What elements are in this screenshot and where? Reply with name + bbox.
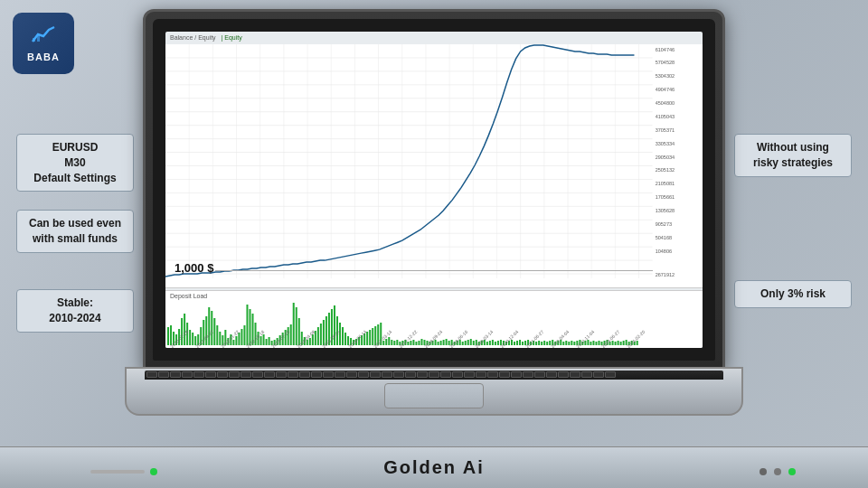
svg-rect-71 (208, 307, 210, 345)
key (323, 371, 334, 378)
eurusd-settings-box: EURUSD M30 Default Settings (16, 134, 134, 192)
svg-text:3705371: 3705371 (656, 127, 675, 133)
key (452, 371, 463, 378)
laptop-base (125, 367, 743, 416)
key (311, 371, 322, 378)
baba-logo: BABA (13, 13, 74, 74)
key (193, 371, 204, 378)
key (182, 371, 193, 378)
svg-text:905273: 905273 (656, 221, 672, 227)
chart-header: Balance / Equity | Equity (170, 34, 242, 41)
left-indicator (90, 468, 157, 475)
key (288, 371, 298, 378)
screen: Balance / Equity | Equity (165, 32, 703, 348)
laptop: Balance / Equity | Equity (143, 9, 725, 416)
key (405, 371, 416, 378)
svg-text:6104746: 6104746 (656, 47, 675, 52)
svg-text:2505132: 2505132 (656, 168, 675, 174)
key (346, 371, 357, 378)
chart-icon (31, 25, 56, 50)
svg-text:2671912: 2671912 (656, 272, 675, 277)
logo-text: BABA (27, 52, 60, 62)
key (170, 371, 181, 378)
key (217, 371, 228, 378)
dot-gray-2 (774, 468, 781, 475)
svg-text:104806: 104806 (656, 249, 672, 254)
svg-text:2105081: 2105081 (656, 181, 675, 186)
key (440, 371, 451, 378)
stable-box: Stable: 2010-2024 (16, 289, 134, 333)
key (205, 371, 216, 378)
svg-text:504168: 504168 (656, 235, 672, 240)
key (476, 371, 486, 378)
svg-text:2905034: 2905034 (656, 155, 675, 160)
small-funds-box: Can be used even with small funds (16, 210, 134, 253)
svg-text:5704528: 5704528 (656, 60, 675, 65)
app-title: Golden Ai (383, 457, 485, 478)
screen-bezel: Balance / Equity | Equity (153, 19, 715, 361)
risky-strategies-box: Without using risky strategies (734, 134, 852, 177)
chart-header-text: Balance / Equity (170, 34, 216, 41)
key (241, 371, 251, 378)
right-indicators (760, 468, 796, 475)
svg-rect-103 (296, 307, 297, 345)
price-label: 1,000 $ (175, 261, 213, 275)
risky-line1: Without using (757, 141, 829, 154)
key (276, 371, 287, 378)
green-dot-left (150, 468, 157, 475)
keyboard (145, 371, 723, 380)
equity-label: | Equity (222, 34, 242, 41)
svg-rect-1 (37, 34, 40, 42)
key (605, 371, 616, 378)
key (487, 371, 498, 378)
svg-text:1305628: 1305628 (656, 208, 675, 213)
svg-text:4904746: 4904746 (656, 87, 675, 92)
key (158, 371, 169, 378)
x-axis-dates: 2010-07-29 2011-04-27 2012-01-22 2012-10… (165, 343, 653, 348)
svg-rect-85 (246, 305, 248, 345)
baseline-line (215, 270, 653, 271)
key (593, 371, 604, 378)
stable-line1: Stable: (57, 296, 93, 309)
stable-line2: 2010-2024 (49, 312, 100, 324)
bottom-bar: Golden Ai (0, 446, 868, 488)
small-funds-line1: Can be used even (29, 217, 121, 230)
eurusd-line2: M30 (64, 156, 85, 169)
key (252, 371, 263, 378)
svg-text:4504800: 4504800 (656, 100, 675, 106)
svg-text:4105043: 4105043 (656, 114, 675, 119)
price-value: 1,000 $ (175, 261, 213, 275)
key (464, 371, 475, 378)
risk3-box: Only 3% risk (734, 280, 852, 308)
svg-rect-0 (33, 38, 35, 42)
key (229, 371, 240, 378)
eurusd-line3: Default Settings (33, 172, 116, 184)
risk3-text: Only 3% risk (760, 287, 826, 300)
left-bar (90, 470, 145, 474)
key (558, 371, 569, 378)
key (499, 371, 510, 378)
touchpad (384, 383, 484, 408)
svg-rect-102 (293, 303, 295, 345)
deposit-chart-area: Deposit Load (165, 290, 703, 348)
main-chart-area: 6104746 5704528 5304302 4904746 4504800 … (165, 44, 703, 288)
laptop-lid: Balance / Equity | Equity (143, 9, 725, 371)
svg-text:5304302: 5304302 (656, 73, 675, 79)
eurusd-line1: EURUSD (52, 141, 99, 154)
deposit-label: Deposit Load (170, 293, 207, 299)
deposit-chart-svg: 0.0% 25.0% (165, 300, 638, 345)
key (370, 371, 381, 378)
small-funds-line2: with small funds (33, 232, 118, 245)
key (534, 371, 545, 378)
key (264, 371, 275, 378)
key (146, 371, 157, 378)
risky-line2: risky strategies (753, 156, 833, 169)
deposit-label-text: Deposit Load (170, 293, 207, 299)
key (429, 371, 439, 378)
key (417, 371, 428, 378)
key (546, 371, 557, 378)
key (511, 371, 522, 378)
key (570, 371, 580, 378)
dot-green (788, 468, 796, 475)
key (523, 371, 533, 378)
